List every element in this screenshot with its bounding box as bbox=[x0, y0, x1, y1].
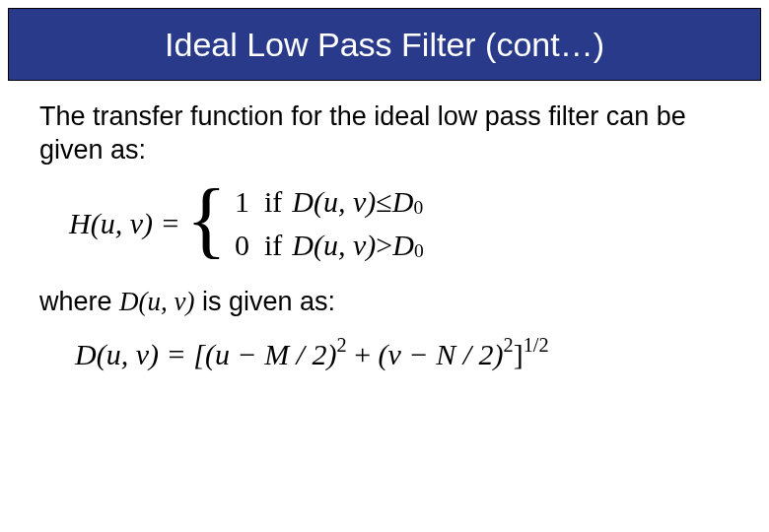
case-2-op: > bbox=[376, 229, 392, 262]
case-2-value: 0 bbox=[235, 229, 260, 262]
case-1: 1 if D(u, v) ≤ D0 bbox=[235, 185, 424, 219]
dist-plus: + bbox=[347, 338, 379, 370]
where-symbol: D(u, v) bbox=[119, 287, 194, 316]
case-2-subscript: 0 bbox=[414, 240, 424, 262]
title-bar: Ideal Low Pass Filter (cont…) bbox=[8, 8, 761, 81]
dist-term2-base: (v − N / 2) bbox=[379, 338, 504, 370]
case-1-subscript: 0 bbox=[413, 197, 423, 219]
slide: Ideal Low Pass Filter (cont…) The transf… bbox=[0, 8, 769, 532]
case-2-cond-lhs: D(u, v) bbox=[292, 229, 376, 262]
case-2-if: if bbox=[264, 229, 282, 262]
dist-lhs: D(u, v) = [ bbox=[75, 338, 205, 370]
piecewise-cases: 1 if D(u, v) ≤ D0 0 if D(u, v) > D0 bbox=[235, 185, 424, 262]
where-suffix: is given as: bbox=[195, 287, 336, 316]
where-prefix: where bbox=[39, 287, 119, 316]
case-1-if: if bbox=[264, 185, 282, 219]
case-1-cond-lhs: D(u, v) bbox=[292, 185, 376, 219]
case-2: 0 if D(u, v) > D0 bbox=[235, 229, 424, 262]
case-2-cond-rhs: D bbox=[392, 229, 414, 262]
distance-formula: D(u, v) = [(u − M / 2)2 + (v − N / 2)2]1… bbox=[75, 336, 730, 371]
case-1-value: 1 bbox=[235, 185, 260, 219]
dist-close: ] bbox=[514, 338, 524, 370]
case-1-cond-rhs: D bbox=[392, 185, 414, 219]
brace-icon: { bbox=[186, 187, 227, 251]
slide-content: The transfer function for the ideal low … bbox=[0, 81, 769, 371]
dist-outer-exp: 1/2 bbox=[524, 334, 549, 356]
where-paragraph: where D(u, v) is given as: bbox=[39, 286, 730, 319]
transfer-function-equation: H(u, v) = { 1 if D(u, v) ≤ D0 0 if D(u, … bbox=[69, 185, 730, 262]
case-1-op: ≤ bbox=[376, 185, 391, 219]
equation-lhs: H(u, v) = bbox=[69, 207, 180, 240]
dist-term1-exp: 2 bbox=[336, 334, 346, 356]
dist-term2-exp: 2 bbox=[503, 334, 513, 356]
piecewise-definition: H(u, v) = { 1 if D(u, v) ≤ D0 0 if D(u, … bbox=[69, 185, 730, 262]
dist-term1-base: (u − M / 2) bbox=[205, 338, 337, 370]
slide-title: Ideal Low Pass Filter (cont…) bbox=[165, 26, 604, 64]
intro-paragraph: The transfer function for the ideal low … bbox=[39, 100, 730, 167]
